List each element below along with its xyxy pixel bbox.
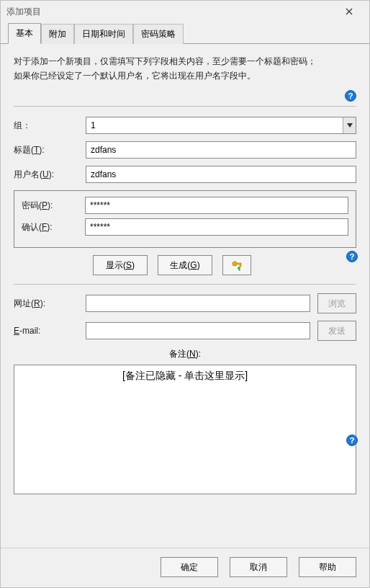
tab-basic[interactable]: 基本 <box>8 23 41 44</box>
confirm-input[interactable] <box>85 218 348 236</box>
row-password: 密码(P): <box>22 197 348 214</box>
help-icon-remarks[interactable]: ? <box>346 435 358 446</box>
tab-datetime[interactable]: 日期和时间 <box>74 24 133 44</box>
label-password: 密码(P): <box>22 200 85 212</box>
url-input[interactable] <box>86 295 310 312</box>
password-section: 密码(P): 确认(F): <box>14 190 356 248</box>
help-icon-password[interactable]: ? <box>346 251 358 262</box>
group-select-value[interactable] <box>86 117 356 134</box>
label-group: 组： <box>14 120 86 132</box>
dialog-footer: 确定 取消 帮助 <box>1 548 369 587</box>
help-button[interactable]: 帮助 <box>299 557 356 577</box>
password-buttons: 显示(S) 生成(G) <box>93 255 356 275</box>
cancel-button[interactable]: 取消 <box>230 557 287 577</box>
ok-button[interactable]: 确定 <box>161 557 218 577</box>
label-remarks: 备注(N): <box>14 348 356 360</box>
label-url: 网址(R): <box>14 298 86 310</box>
row-email: E-mail: 发送 <box>14 321 356 341</box>
group-select[interactable] <box>86 117 356 134</box>
instructions-line2: 如果你已经设定了一个默认用户名，它将出现在用户名字段中。 <box>14 68 356 83</box>
password-input[interactable] <box>85 197 348 214</box>
show-password-button[interactable]: 显示(S) <box>93 255 148 275</box>
instructions-line1: 对于添加一个新项目，仅需填写下列字段相关内容，至少需要一个标题和密码； <box>14 54 356 68</box>
send-button[interactable]: 发送 <box>317 321 356 341</box>
instructions: 对于添加一个新项目，仅需填写下列字段相关内容，至少需要一个标题和密码； 如果你已… <box>14 54 356 83</box>
divider2 <box>14 284 356 285</box>
tab-policy[interactable]: 密码策略 <box>133 24 184 44</box>
title-input[interactable] <box>86 141 356 159</box>
titlebar: 添加项目 <box>1 1 369 22</box>
label-title: 标题(T): <box>14 144 86 156</box>
divider <box>14 106 356 107</box>
password-section-wrap: 密码(P): 确认(F): 显示(S) 生成(G) <box>14 190 356 275</box>
row-username: 用户名(U): <box>14 166 356 183</box>
help-icon[interactable]: ? <box>345 90 356 102</box>
browse-button[interactable]: 浏览 <box>317 293 356 313</box>
close-button[interactable] <box>335 1 364 22</box>
label-confirm: 确认(F): <box>22 221 85 233</box>
row-confirm: 确认(F): <box>22 218 348 236</box>
tab-bar: 基本 附加 日期和时间 密码策略 <box>1 22 369 44</box>
tab-attach[interactable]: 附加 <box>41 24 74 44</box>
username-input[interactable] <box>86 166 356 183</box>
tab-content-basic: 对于添加一个新项目，仅需填写下列字段相关内容，至少需要一个标题和密码； 如果你已… <box>1 44 369 548</box>
generate-password-button[interactable]: 生成(G) <box>158 255 212 275</box>
label-username: 用户名(U): <box>14 169 86 181</box>
remarks-hidden-notice[interactable]: [备注已隐藏 - 单击这里显示] <box>14 365 356 494</box>
window-title: 添加项目 <box>6 6 335 18</box>
dialog-window: 添加项目 基本 附加 日期和时间 密码策略 对于添加一个新项目，仅需填写下列字段… <box>0 0 370 588</box>
row-group: 组： <box>14 117 356 134</box>
key-icon-button[interactable] <box>222 255 251 275</box>
svg-point-3 <box>238 267 240 270</box>
remarks-section: 备注(N): [备注已隐藏 - 单击这里显示] ? <box>14 348 356 494</box>
row-title: 标题(T): <box>14 141 356 159</box>
email-input[interactable] <box>86 322 310 339</box>
label-email: E-mail: <box>14 326 86 336</box>
row-url: 网址(R): 浏览 <box>14 293 356 313</box>
svg-rect-2 <box>240 264 241 267</box>
